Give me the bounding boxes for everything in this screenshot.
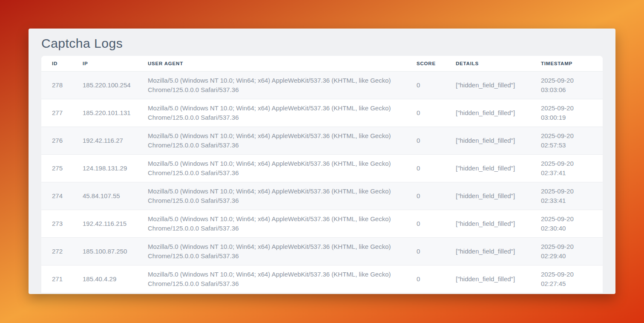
cell-details: ["hidden_field_filled"] <box>445 210 530 237</box>
cell-score: 0 <box>406 265 445 293</box>
cell-id: 272 <box>41 237 72 265</box>
table-body: 278 185.220.100.254 Mozilla/5.0 (Windows… <box>41 71 603 293</box>
table-row: 271 185.40.4.29 Mozilla/5.0 (Windows NT … <box>41 265 603 293</box>
cell-id: 274 <box>41 182 72 210</box>
cell-ip: 185.100.87.250 <box>72 237 137 265</box>
cell-user-agent: Mozilla/5.0 (Windows NT 10.0; Win64; x64… <box>137 99 406 127</box>
page-title: Captcha Logs <box>41 34 603 52</box>
cell-user-agent: Mozilla/5.0 (Windows NT 10.0; Win64; x64… <box>137 237 406 265</box>
cell-score: 0 <box>406 182 445 210</box>
cell-id: 276 <box>41 127 72 154</box>
cell-timestamp: 2025-09-20 02:30:40 <box>530 210 603 237</box>
cell-score: 0 <box>406 210 445 237</box>
cell-timestamp: 2025-09-20 02:27:45 <box>530 265 603 293</box>
cell-score: 0 <box>406 237 445 265</box>
cell-details: ["hidden_field_filled"] <box>445 182 530 210</box>
column-header-user-agent: USER AGENT <box>137 56 406 71</box>
column-header-id: ID <box>41 56 72 71</box>
cell-score: 0 <box>406 127 445 154</box>
table-row: 275 124.198.131.29 Mozilla/5.0 (Windows … <box>41 154 603 182</box>
cell-user-agent: Mozilla/5.0 (Windows NT 10.0; Win64; x64… <box>137 154 406 182</box>
cell-timestamp: 2025-09-20 02:57:53 <box>530 127 603 154</box>
cell-score: 0 <box>406 154 445 182</box>
cell-timestamp: 2025-09-20 03:00:19 <box>530 99 603 127</box>
cell-details: ["hidden_field_filled"] <box>445 154 530 182</box>
cell-user-agent: Mozilla/5.0 (Windows NT 10.0; Win64; x64… <box>137 182 406 210</box>
cell-user-agent: Mozilla/5.0 (Windows NT 10.0; Win64; x64… <box>137 127 406 154</box>
cell-id: 273 <box>41 210 72 237</box>
table-row: 272 185.100.87.250 Mozilla/5.0 (Windows … <box>41 237 603 265</box>
column-header-timestamp: TIMESTAMP <box>530 56 603 71</box>
table-header-row: ID IP USER AGENT SCORE DETAILS TIMESTAMP <box>41 56 603 71</box>
cell-timestamp: 2025-09-20 02:37:41 <box>530 154 603 182</box>
cell-timestamp: 2025-09-20 02:29:40 <box>530 237 603 265</box>
cell-user-agent: Mozilla/5.0 (Windows NT 10.0; Win64; x64… <box>137 265 406 293</box>
table-row: 278 185.220.100.254 Mozilla/5.0 (Windows… <box>41 71 603 99</box>
column-header-score: SCORE <box>406 56 445 71</box>
cell-ip: 192.42.116.27 <box>72 127 137 154</box>
page-background: { "page": { "title": "Captcha Logs" }, "… <box>0 0 644 323</box>
cell-details: ["hidden_field_filled"] <box>445 237 530 265</box>
table-row: 277 185.220.101.131 Mozilla/5.0 (Windows… <box>41 99 603 127</box>
table-row: 274 45.84.107.55 Mozilla/5.0 (Windows NT… <box>41 182 603 210</box>
column-header-details: DETAILS <box>445 56 530 71</box>
cell-details: ["hidden_field_filled"] <box>445 265 530 293</box>
cell-id: 275 <box>41 154 72 182</box>
cell-details: ["hidden_field_filled"] <box>445 71 530 99</box>
cell-ip: 45.84.107.55 <box>72 182 137 210</box>
cell-ip: 185.220.101.131 <box>72 99 137 127</box>
captcha-logs-table: ID IP USER AGENT SCORE DETAILS TIMESTAMP… <box>41 56 603 293</box>
cell-score: 0 <box>406 71 445 99</box>
cell-timestamp: 2025-09-20 02:33:41 <box>530 182 603 210</box>
cell-id: 278 <box>41 71 72 99</box>
cell-ip: 185.220.100.254 <box>72 71 137 99</box>
captcha-logs-card: Captcha Logs ID IP USER AGENT SCORE DETA… <box>29 29 615 294</box>
table-row: 276 192.42.116.27 Mozilla/5.0 (Windows N… <box>41 127 603 154</box>
cell-ip: 185.40.4.29 <box>72 265 137 293</box>
cell-timestamp: 2025-09-20 03:03:06 <box>530 71 603 99</box>
cell-score: 0 <box>406 99 445 127</box>
cell-ip: 124.198.131.29 <box>72 154 137 182</box>
cell-id: 271 <box>41 265 72 293</box>
cell-details: ["hidden_field_filled"] <box>445 99 530 127</box>
column-header-ip: IP <box>72 56 137 71</box>
cell-user-agent: Mozilla/5.0 (Windows NT 10.0; Win64; x64… <box>137 210 406 237</box>
table-row: 273 192.42.116.215 Mozilla/5.0 (Windows … <box>41 210 603 237</box>
cell-user-agent: Mozilla/5.0 (Windows NT 10.0; Win64; x64… <box>137 71 406 99</box>
cell-ip: 192.42.116.215 <box>72 210 137 237</box>
cell-id: 277 <box>41 99 72 127</box>
cell-details: ["hidden_field_filled"] <box>445 127 530 154</box>
